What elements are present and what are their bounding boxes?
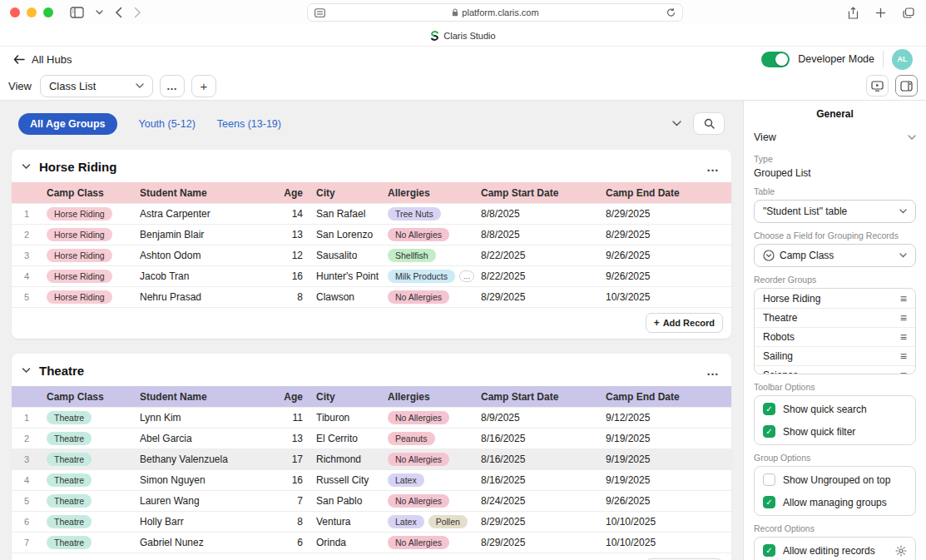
reorder-group-item[interactable]: Horse Riding≡ — [755, 289, 915, 308]
reader-icon[interactable] — [314, 8, 325, 17]
city-cell: San Pablo — [303, 495, 388, 507]
option-label: Show Ungrouped on top — [783, 474, 890, 486]
row-number: 5 — [12, 292, 42, 302]
all-hubs-back-link[interactable]: All Hubs — [13, 53, 72, 66]
group-menu-button[interactable]: … — [706, 364, 720, 378]
drag-handle-icon[interactable]: ≡ — [900, 349, 907, 363]
chevron-down-icon[interactable] — [22, 368, 31, 374]
drag-handle-icon[interactable]: ≡ — [900, 330, 907, 344]
drag-handle-icon[interactable]: ≡ — [900, 292, 907, 305]
checkbox[interactable] — [763, 544, 775, 557]
filter-tab[interactable]: Teens (13-19) — [217, 113, 281, 135]
grouping-field-select[interactable]: Camp Class — [754, 244, 916, 267]
group-menu-button[interactable]: … — [706, 160, 720, 174]
quick-search-button[interactable] — [693, 112, 725, 135]
developer-mode-toggle[interactable] — [761, 52, 790, 67]
drag-handle-icon[interactable]: ≡ — [900, 369, 907, 374]
camp-class-cell: Theatre — [42, 494, 140, 508]
camp-class-cell: Theatre — [42, 411, 140, 424]
reload-icon[interactable] — [666, 7, 676, 17]
site-title: Claris Studio — [443, 31, 495, 41]
column-header: Camp Class — [42, 187, 140, 199]
age-cell: 12 — [273, 250, 303, 261]
table-row[interactable]: 3Horse RidingAshton Odom12SausalitoShell… — [12, 245, 731, 265]
checkbox[interactable] — [763, 473, 775, 486]
checkbox[interactable] — [763, 496, 775, 508]
row-number: 1 — [12, 209, 42, 219]
table-row[interactable]: 2Horse RidingBenjamin Blair13San Lorenzo… — [12, 224, 731, 245]
allergies-cell: No Allergies — [388, 290, 481, 304]
camp-class-cell: Theatre — [42, 536, 140, 549]
camp-start-date-cell: 8/16/2025 — [481, 474, 606, 486]
view-section-header[interactable]: View — [754, 126, 916, 146]
preview-icon[interactable] — [866, 75, 889, 97]
camp-class-cell: Theatre — [42, 453, 140, 466]
table-row[interactable]: 1Horse RidingAstra Carpenter14San Rafael… — [12, 203, 731, 224]
tab-overview-icon[interactable] — [901, 6, 916, 20]
new-tab-icon[interactable] — [874, 6, 888, 20]
reorder-group-item[interactable]: Theatre≡ — [755, 308, 915, 327]
allergy-badge: Latex — [388, 515, 424, 528]
filter-tab[interactable]: Youth (5-12) — [139, 113, 196, 135]
table-row[interactable]: 3TheatreBethany Valenzuela17RichmondNo A… — [12, 448, 731, 469]
table-row[interactable]: 7TheatreGabriel Nunez6OrindaNo Allergies… — [12, 532, 731, 553]
camp-start-date-cell: 8/29/2025 — [481, 516, 606, 528]
view-select[interactable]: Class List — [40, 75, 153, 97]
settings-panel-toggle-icon[interactable] — [895, 75, 918, 97]
drag-handle-icon[interactable]: ≡ — [900, 311, 907, 325]
grouping-field-label: Choose a Field for Grouping Records — [754, 230, 916, 240]
view-menu-button[interactable]: … — [160, 75, 185, 97]
allergy-badge: Shellfish — [388, 249, 436, 262]
collapse-tabs-chevron-icon[interactable] — [672, 121, 681, 126]
table-row[interactable]: 1TheatreLynn Kim11TiburonNo Allergies8/9… — [12, 407, 731, 428]
allergy-badge: No Allergies — [388, 453, 449, 466]
workspace: All Age GroupsYouth (5-12)Teens (13-19) … — [0, 101, 926, 560]
filter-tabs-row: All Age GroupsYouth (5-12)Teens (13-19) — [0, 112, 743, 135]
address-bar[interactable]: platform.claris.com — [307, 3, 683, 22]
add-view-button[interactable]: + — [191, 75, 216, 97]
camp-end-date-cell: 9/19/2025 — [606, 433, 731, 444]
option-label: Show quick search — [783, 404, 867, 415]
share-icon[interactable] — [846, 5, 860, 21]
user-avatar[interactable]: AL — [892, 49, 913, 70]
checkbox[interactable] — [763, 403, 775, 415]
add-record-button[interactable]: +Add Record — [646, 313, 723, 333]
zoom-window-button[interactable] — [43, 7, 53, 17]
gear-icon[interactable] — [895, 545, 907, 557]
table-row[interactable]: 4Horse RidingJacob Tran16Hunter's PointM… — [12, 265, 731, 286]
table-row[interactable]: 5TheatreLauren Wang7San PabloNo Allergie… — [12, 490, 731, 511]
table-row[interactable]: 5Horse RidingNehru Prasad8ClawsonNo Alle… — [12, 286, 731, 307]
reorder-group-item[interactable]: Science≡ — [755, 365, 915, 374]
back-button[interactable] — [113, 5, 124, 20]
close-window-button[interactable] — [10, 7, 20, 17]
camp-class-badge: Horse Riding — [47, 270, 112, 283]
option-label: Allow managing groups — [783, 497, 887, 508]
camp-class-badge: Horse Riding — [47, 290, 112, 304]
main-content: All Age GroupsYouth (5-12)Teens (13-19) … — [0, 101, 743, 560]
reorder-group-item[interactable]: Robots≡ — [755, 327, 915, 346]
chevron-down-icon[interactable] — [22, 164, 31, 170]
reorder-group-item[interactable]: Sailing≡ — [755, 346, 915, 365]
row-number: 2 — [12, 434, 42, 444]
sidebar-chevron-icon[interactable] — [94, 8, 105, 17]
sidebar-toggle-icon[interactable] — [68, 5, 86, 20]
camp-end-date-cell: 8/29/2025 — [606, 229, 731, 240]
table-row[interactable]: 4TheatreSimon Nguyen16Russell CityLatex8… — [12, 469, 731, 490]
forward-button[interactable] — [132, 5, 143, 20]
table-row[interactable]: 2TheatreAbel Garcia13El CerritoPeanuts8/… — [12, 428, 731, 448]
view-toolbar: View Class List … + — [0, 72, 926, 101]
filter-tab[interactable]: All Age Groups — [18, 113, 117, 135]
table-select[interactable]: "Student List" table — [754, 200, 916, 223]
camp-start-date-cell: 8/8/2025 — [481, 208, 606, 220]
reorder-group-label: Robots — [763, 331, 795, 343]
camp-class-badge: Theatre — [47, 453, 92, 466]
group-title: Theatre — [39, 364, 84, 378]
camp-class-badge: Horse Riding — [47, 228, 112, 241]
minimize-window-button[interactable] — [27, 7, 37, 17]
city-cell: Sausalito — [303, 250, 388, 261]
group-header: Theatre… — [12, 354, 731, 386]
checkbox[interactable] — [763, 425, 775, 438]
age-cell: 8 — [273, 291, 303, 303]
table-row[interactable]: 6TheatreHolly Barr8VenturaLatexPollen8/2… — [12, 511, 731, 532]
more-allergies-button[interactable]: … — [459, 270, 474, 282]
